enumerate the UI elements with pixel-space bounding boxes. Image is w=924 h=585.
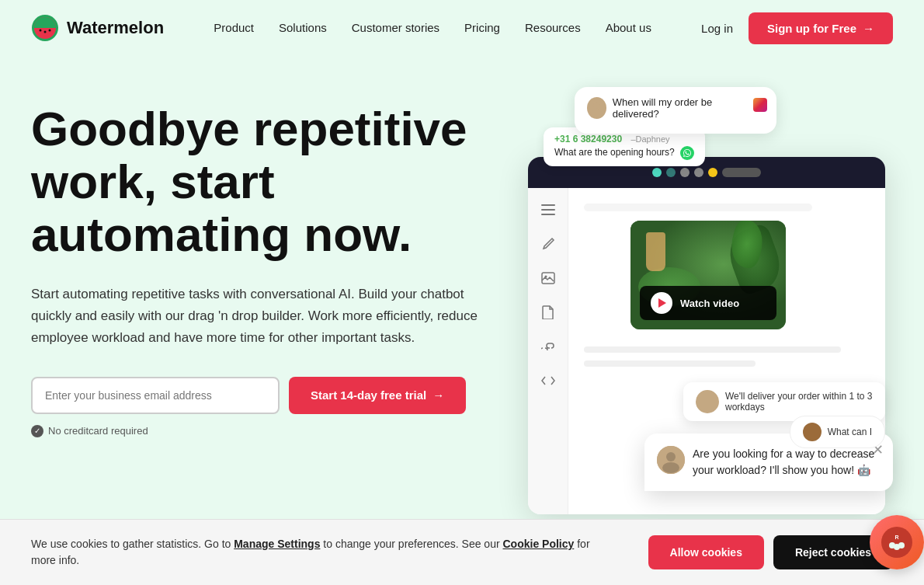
chatbot-text: Are you looking for a way to decrease yo… [693,446,881,479]
logo-link[interactable]: Watermelon [31,14,164,42]
hero-illustration: When will my order be delivered? +31 6 3… [528,87,893,522]
cookie-policy-link[interactable]: Cookie Policy [503,538,575,550]
nav-pricing[interactable]: Pricing [464,21,500,34]
svg-point-5 [593,102,600,109]
revain-badge: R [870,515,924,569]
chat-sidebar [528,188,568,514]
code-icon[interactable] [539,371,558,390]
svg-point-4 [49,30,51,32]
svg-rect-7 [541,204,555,206]
svg-point-3 [44,31,47,33]
svg-point-13 [666,452,676,461]
dot-5 [708,168,717,177]
cookie-banner: We use cookies to gather statistics. Go … [0,519,924,585]
floating-question-text: When will my order be delivered? [613,96,744,120]
edit-icon[interactable] [539,235,558,253]
dot-1 [652,168,662,177]
svg-point-14 [662,462,679,473]
svg-point-6 [590,110,603,118]
hero-left: Goodbye repetitive work, start automatin… [31,87,497,437]
floating-question-bubble: When will my order be delivered? [575,87,776,134]
check-icon: ✓ [31,425,43,437]
navbar: Watermelon Product Solutions Customer st… [0,0,924,56]
brand-name: Watermelon [67,18,164,38]
svg-point-2 [40,30,42,32]
dot-4 [694,168,703,177]
image-icon[interactable] [539,269,558,287]
nav-customer-stories[interactable]: Customer stories [352,21,439,34]
trial-arrow-icon: → [432,388,444,402]
allow-cookies-button[interactable]: Allow cookies [648,535,764,569]
whatsapp-badge [680,146,694,160]
play-triangle [658,298,666,308]
play-button[interactable] [651,292,672,314]
document-icon[interactable] [539,303,558,322]
nav-solutions[interactable]: Solutions [279,21,327,34]
nav-links: Product Solutions Customer stories Prici… [214,21,651,35]
dot-2 [666,168,676,177]
svg-text:R: R [894,535,898,540]
trial-button[interactable]: Start 14-day free trial → [289,377,466,414]
email-form: Start 14-day free trial → [31,377,497,414]
msg-placeholder-3 [584,360,756,367]
msg-placeholder-2 [584,346,841,353]
user-avatar [587,97,606,119]
nav-about-us[interactable]: About us [606,21,651,34]
svg-point-19 [898,542,905,548]
hero-description: Start automating repetitive tasks with c… [31,284,481,349]
instagram-badge [753,98,767,112]
user-avatar-small [803,423,822,441]
no-creditcard-notice: ✓ No creditcard required [31,425,497,437]
svg-rect-9 [541,214,555,215]
cookie-buttons: Allow cookies Reject cookies [648,535,893,569]
dot-3 [680,168,690,177]
hero-title: Goodbye repetitive work, start automatin… [31,103,497,262]
what-can-bubble: What can I [790,416,885,448]
carousel-dots [537,168,876,177]
nav-right: Log in Sign up for Free → [701,12,893,44]
dot-6 [722,168,761,177]
video-thumbnail[interactable]: Watch video [630,221,786,329]
link-icon[interactable] [539,337,558,356]
nav-product[interactable]: Product [214,21,254,34]
bot-avatar [696,390,719,413]
hero-section: Goodbye repetitive work, start automatin… [0,56,924,538]
msg-placeholder-1 [584,204,812,211]
watermelon-icon [31,14,59,42]
svg-rect-8 [541,209,555,211]
login-link[interactable]: Log in [701,22,733,35]
cookie-text: We use cookies to gather statistics. Go … [31,536,617,569]
nav-resources[interactable]: Resources [525,21,581,34]
svg-point-15 [881,527,912,558]
video-overlay[interactable]: Watch video [640,286,776,320]
arrow-icon: → [863,22,874,35]
chatbot-avatar [657,446,685,474]
email-input[interactable] [31,377,280,414]
manage-settings-link[interactable]: Manage Settings [234,538,320,550]
video-label: Watch video [680,298,739,309]
menu-icon[interactable] [539,200,558,219]
signup-button[interactable]: Sign up for Free → [749,12,893,44]
